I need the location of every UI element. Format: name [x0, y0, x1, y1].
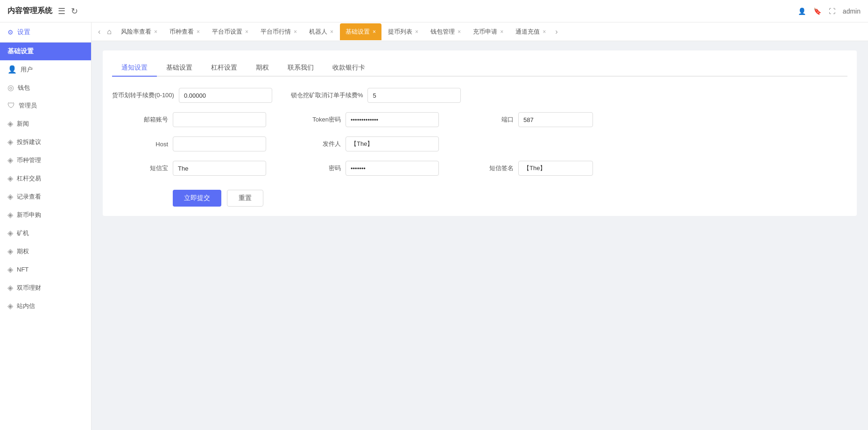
tab-risk-label: 风险率查看	[121, 28, 151, 36]
tab-platform-coin-label: 平台币设置	[212, 28, 242, 36]
sidebar-item-news[interactable]: ◈ 新闻	[0, 115, 91, 133]
sub-tab-contact[interactable]: 联系我们	[278, 60, 323, 77]
sub-tab-basic-label: 基础设置	[166, 64, 192, 71]
password-input[interactable]	[346, 161, 439, 176]
tab-coin-view[interactable]: 币种查看 ×	[164, 23, 205, 40]
sidebar-newcoin-label: 新币申购	[17, 211, 41, 219]
tab-basic-settings[interactable]: 基础设置 ×	[340, 23, 381, 40]
sender-input[interactable]	[346, 136, 439, 151]
tab-withdraw-list[interactable]: 提币列表 ×	[382, 23, 424, 40]
tab-basic-settings-close[interactable]: ×	[373, 29, 376, 35]
tab-wallet-management[interactable]: 钱包管理 ×	[425, 23, 466, 40]
expand-icon[interactable]: ⛶	[829, 7, 835, 15]
transfer-fee-input[interactable]	[179, 88, 272, 103]
miner-icon: ◈	[7, 229, 13, 237]
token-password-input[interactable]	[346, 112, 439, 127]
home-icon[interactable]: ⌂	[104, 28, 114, 36]
tab-recharge-apply[interactable]: 充币申请 ×	[467, 23, 509, 40]
sms-treasure-input[interactable]	[173, 161, 266, 176]
content-area: ‹ ⌂ 风险率查看 × 币种查看 × 平台币设置 × 平台币行情 × 机器人 ×	[92, 22, 868, 430]
tab-coin-close[interactable]: ×	[197, 29, 200, 35]
station-icon: ◈	[7, 301, 13, 310]
tab-prev-button[interactable]: ‹	[95, 28, 103, 36]
tab-next-button[interactable]: ›	[552, 28, 560, 36]
tab-robot[interactable]: 机器人 ×	[303, 23, 339, 40]
tab-withdraw-close[interactable]: ×	[415, 29, 418, 35]
tab-robot-close[interactable]: ×	[330, 29, 333, 35]
header-right: 👤 🔖 ⛶ admin	[798, 7, 861, 15]
email-account-label: 邮箱账号	[112, 115, 168, 124]
tab-bar: ‹ ⌂ 风险率查看 × 币种查看 × 平台币设置 × 平台币行情 × 机器人 ×	[92, 22, 868, 41]
sidebar-item-feedback[interactable]: ◈ 投拆建议	[0, 133, 91, 151]
tab-channel-recharge[interactable]: 通道充值 ×	[510, 23, 551, 40]
email-account-input[interactable]	[173, 112, 266, 127]
sidebar-item-users[interactable]: 👤 用户	[0, 60, 91, 79]
tab-wallet-close[interactable]: ×	[458, 29, 461, 35]
page-content: 通知设置 基础设置 杠杆设置 期权 联系我们 收款银行卡	[92, 41, 868, 430]
sidebar-miner-label: 矿机	[17, 229, 29, 237]
sidebar-item-futures[interactable]: ◈ 期权	[0, 242, 91, 260]
refresh-icon[interactable]: ↻	[71, 6, 78, 16]
sms-sign-input[interactable]	[518, 161, 593, 176]
sms-sign-field: 短信签名	[458, 161, 593, 176]
host-field: Host	[112, 136, 266, 151]
password-field: 密码	[285, 161, 439, 176]
tab-recharge-close[interactable]: ×	[500, 29, 503, 35]
tab-platform-coin-setting[interactable]: 平台币设置 ×	[206, 23, 254, 40]
sidebar-item-records[interactable]: ◈ 记录查看	[0, 187, 91, 206]
sidebar-item-new-coin[interactable]: ◈ 新币申购	[0, 206, 91, 224]
tab-coin-label: 币种查看	[169, 28, 194, 36]
form-row-fees: 货币划转手续费(0-100) 锁仓挖矿取消订单手续费%	[112, 88, 847, 103]
sub-tab-leverage[interactable]: 杠杆设置	[202, 60, 247, 77]
submit-button[interactable]: 立即提交	[173, 190, 221, 207]
sidebar-item-dual-finance[interactable]: ◈ 双币理财	[0, 279, 91, 297]
sidebar-item-coin-management[interactable]: ◈ 币种管理	[0, 151, 91, 169]
tab-platform-price[interactable]: 平台币行情 ×	[255, 23, 303, 40]
sub-tab-notify[interactable]: 通知设置	[112, 60, 157, 77]
menu-icon[interactable]: ☰	[58, 6, 65, 16]
sidebar-coin-label: 币种管理	[17, 156, 41, 165]
sub-tab-futures-label: 期权	[256, 64, 269, 71]
admin-icon: 🛡	[7, 101, 15, 110]
reset-button[interactable]: 重置	[227, 190, 263, 207]
records-icon: ◈	[7, 192, 13, 201]
header-left: 内容管理系统 ☰ ↻	[7, 6, 78, 16]
sidebar-station-label: 站内信	[17, 302, 35, 310]
sub-tabs: 通知设置 基础设置 杠杆设置 期权 联系我们 收款银行卡	[112, 60, 847, 77]
sidebar-item-nft[interactable]: ◈ NFT	[0, 260, 91, 279]
leverage-icon: ◈	[7, 174, 13, 183]
lock-cancel-fee-input[interactable]	[367, 88, 461, 103]
lock-cancel-fee-label: 锁仓挖矿取消订单手续费%	[291, 91, 363, 100]
transfer-fee-label: 货币划转手续费(0-100)	[112, 91, 174, 100]
sub-tab-bank-label: 收款银行卡	[332, 64, 365, 71]
sub-tab-basic[interactable]: 基础设置	[157, 60, 202, 77]
tab-risk-close[interactable]: ×	[154, 29, 157, 35]
tab-channel-close[interactable]: ×	[543, 29, 546, 35]
host-input[interactable]	[173, 136, 266, 151]
token-password-label: Token密码	[285, 115, 341, 124]
feedback-icon: ◈	[7, 137, 13, 146]
port-input[interactable]	[518, 112, 593, 127]
bookmark-icon[interactable]: 🔖	[813, 7, 821, 15]
sms-sign-label: 短信签名	[458, 164, 514, 172]
sub-tab-contact-label: 联系我们	[288, 64, 314, 71]
user-icon: 👤	[7, 65, 17, 74]
tab-platform-price-close[interactable]: ×	[294, 29, 297, 35]
sidebar-wallet-label: 钱包	[18, 84, 30, 92]
sidebar-item-station-msg[interactable]: ◈ 站内信	[0, 297, 91, 315]
tab-risk-view[interactable]: 风险率查看 ×	[115, 23, 163, 40]
sub-tab-futures[interactable]: 期权	[247, 60, 278, 77]
user-avatar-icon[interactable]: 👤	[798, 7, 806, 15]
sidebar-item-wallet[interactable]: ◎ 钱包	[0, 79, 91, 97]
news-icon: ◈	[7, 119, 13, 128]
sidebar-item-admin[interactable]: 🛡 管理员	[0, 97, 91, 115]
sidebar-item-leverage-trade[interactable]: ◈ 杠杆交易	[0, 169, 91, 187]
sub-tab-bank-card[interactable]: 收款银行卡	[323, 60, 374, 77]
email-account-field: 邮箱账号	[112, 112, 266, 127]
tab-platform-coin-close[interactable]: ×	[245, 29, 248, 35]
wallet-icon: ◎	[7, 83, 14, 92]
transfer-fee-field: 货币划转手续费(0-100)	[112, 88, 272, 103]
sidebar-nft-label: NFT	[17, 266, 28, 273]
sidebar-item-miner[interactable]: ◈ 矿机	[0, 224, 91, 242]
sidebar-item-basic-settings[interactable]: 基础设置	[0, 43, 91, 60]
